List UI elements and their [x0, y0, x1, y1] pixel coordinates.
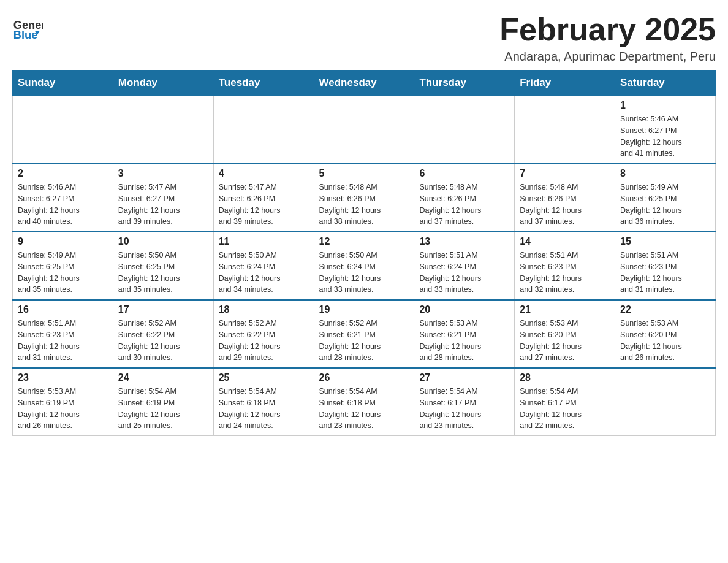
day-info: Sunrise: 5:48 AM Sunset: 6:26 PM Dayligh… [419, 182, 509, 228]
table-row: 5Sunrise: 5:48 AM Sunset: 6:26 PM Daylig… [314, 164, 414, 232]
table-row: 14Sunrise: 5:51 AM Sunset: 6:23 PM Dayli… [515, 232, 615, 300]
table-row: 6Sunrise: 5:48 AM Sunset: 6:26 PM Daylig… [414, 164, 515, 232]
table-row [515, 96, 615, 164]
table-row: 23Sunrise: 5:53 AM Sunset: 6:19 PM Dayli… [13, 368, 113, 436]
table-row: 1Sunrise: 5:46 AM Sunset: 6:27 PM Daylig… [615, 96, 716, 164]
table-row [113, 96, 213, 164]
table-row: 16Sunrise: 5:51 AM Sunset: 6:23 PM Dayli… [13, 300, 113, 368]
logo: General Blue [12, 12, 47, 43]
day-number: 4 [219, 168, 309, 179]
table-row [13, 96, 113, 164]
day-info: Sunrise: 5:51 AM Sunset: 6:23 PM Dayligh… [620, 250, 710, 296]
page-header: General Blue February 2025 Andarapa, Apu… [12, 12, 716, 64]
day-number: 12 [319, 236, 409, 247]
day-number: 3 [118, 168, 208, 179]
table-row: 3Sunrise: 5:47 AM Sunset: 6:27 PM Daylig… [113, 164, 213, 232]
table-row: 11Sunrise: 5:50 AM Sunset: 6:24 PM Dayli… [213, 232, 314, 300]
table-row: 17Sunrise: 5:52 AM Sunset: 6:22 PM Dayli… [113, 300, 213, 368]
day-number: 28 [520, 372, 610, 383]
day-number: 6 [419, 168, 509, 179]
day-number: 24 [118, 372, 208, 383]
day-info: Sunrise: 5:53 AM Sunset: 6:21 PM Dayligh… [419, 318, 509, 364]
day-info: Sunrise: 5:52 AM Sunset: 6:21 PM Dayligh… [319, 318, 409, 364]
day-info: Sunrise: 5:53 AM Sunset: 6:20 PM Dayligh… [620, 318, 710, 364]
day-number: 2 [18, 168, 108, 179]
calendar-week-row: 2Sunrise: 5:46 AM Sunset: 6:27 PM Daylig… [13, 164, 716, 232]
header-wednesday: Wednesday [314, 71, 414, 96]
day-number: 21 [520, 304, 610, 315]
day-info: Sunrise: 5:54 AM Sunset: 6:17 PM Dayligh… [520, 386, 610, 432]
table-row: 4Sunrise: 5:47 AM Sunset: 6:26 PM Daylig… [213, 164, 314, 232]
header-tuesday: Tuesday [213, 71, 314, 96]
day-info: Sunrise: 5:47 AM Sunset: 6:26 PM Dayligh… [219, 182, 309, 228]
table-row: 10Sunrise: 5:50 AM Sunset: 6:25 PM Dayli… [113, 232, 213, 300]
table-row [615, 368, 716, 436]
header-monday: Monday [113, 71, 213, 96]
day-info: Sunrise: 5:46 AM Sunset: 6:27 PM Dayligh… [18, 182, 108, 228]
table-row: 22Sunrise: 5:53 AM Sunset: 6:20 PM Dayli… [615, 300, 716, 368]
day-info: Sunrise: 5:46 AM Sunset: 6:27 PM Dayligh… [620, 113, 710, 159]
calendar-week-row: 23Sunrise: 5:53 AM Sunset: 6:19 PM Dayli… [13, 368, 716, 436]
table-row: 2Sunrise: 5:46 AM Sunset: 6:27 PM Daylig… [13, 164, 113, 232]
day-info: Sunrise: 5:54 AM Sunset: 6:18 PM Dayligh… [319, 386, 409, 432]
title-block: February 2025 Andarapa, Apurimac Departm… [499, 12, 716, 64]
day-info: Sunrise: 5:54 AM Sunset: 6:18 PM Dayligh… [219, 386, 309, 432]
day-number: 13 [419, 236, 509, 247]
location: Andarapa, Apurimac Department, Peru [499, 50, 716, 64]
calendar-week-row: 9Sunrise: 5:49 AM Sunset: 6:25 PM Daylig… [13, 232, 716, 300]
day-number: 16 [18, 304, 108, 315]
day-info: Sunrise: 5:53 AM Sunset: 6:20 PM Dayligh… [520, 318, 610, 364]
table-row: 19Sunrise: 5:52 AM Sunset: 6:21 PM Dayli… [314, 300, 414, 368]
day-number: 15 [620, 236, 710, 247]
table-row: 24Sunrise: 5:54 AM Sunset: 6:19 PM Dayli… [113, 368, 213, 436]
table-row: 8Sunrise: 5:49 AM Sunset: 6:25 PM Daylig… [615, 164, 716, 232]
day-number: 27 [419, 372, 509, 383]
day-info: Sunrise: 5:53 AM Sunset: 6:19 PM Dayligh… [18, 386, 108, 432]
table-row: 28Sunrise: 5:54 AM Sunset: 6:17 PM Dayli… [515, 368, 615, 436]
table-row [213, 96, 314, 164]
table-row: 13Sunrise: 5:51 AM Sunset: 6:24 PM Dayli… [414, 232, 515, 300]
day-number: 17 [118, 304, 208, 315]
day-info: Sunrise: 5:51 AM Sunset: 6:23 PM Dayligh… [18, 318, 108, 364]
header-friday: Friday [515, 71, 615, 96]
calendar-week-row: 16Sunrise: 5:51 AM Sunset: 6:23 PM Dayli… [13, 300, 716, 368]
day-number: 23 [18, 372, 108, 383]
day-info: Sunrise: 5:52 AM Sunset: 6:22 PM Dayligh… [118, 318, 208, 364]
day-number: 18 [219, 304, 309, 315]
day-number: 19 [319, 304, 409, 315]
table-row: 15Sunrise: 5:51 AM Sunset: 6:23 PM Dayli… [615, 232, 716, 300]
day-number: 26 [319, 372, 409, 383]
day-number: 7 [520, 168, 610, 179]
day-info: Sunrise: 5:54 AM Sunset: 6:17 PM Dayligh… [419, 386, 509, 432]
day-info: Sunrise: 5:50 AM Sunset: 6:24 PM Dayligh… [319, 250, 409, 296]
day-info: Sunrise: 5:49 AM Sunset: 6:25 PM Dayligh… [18, 250, 108, 296]
day-info: Sunrise: 5:48 AM Sunset: 6:26 PM Dayligh… [319, 182, 409, 228]
weekday-header-row: Sunday Monday Tuesday Wednesday Thursday… [13, 71, 716, 96]
table-row: 9Sunrise: 5:49 AM Sunset: 6:25 PM Daylig… [13, 232, 113, 300]
svg-text:Blue: Blue [13, 28, 38, 41]
header-saturday: Saturday [615, 71, 716, 96]
day-number: 25 [219, 372, 309, 383]
day-info: Sunrise: 5:49 AM Sunset: 6:25 PM Dayligh… [620, 182, 710, 228]
table-row [414, 96, 515, 164]
day-info: Sunrise: 5:54 AM Sunset: 6:19 PM Dayligh… [118, 386, 208, 432]
header-thursday: Thursday [414, 71, 515, 96]
table-row: 27Sunrise: 5:54 AM Sunset: 6:17 PM Dayli… [414, 368, 515, 436]
day-info: Sunrise: 5:50 AM Sunset: 6:25 PM Dayligh… [118, 250, 208, 296]
table-row: 26Sunrise: 5:54 AM Sunset: 6:18 PM Dayli… [314, 368, 414, 436]
day-number: 10 [118, 236, 208, 247]
day-number: 1 [620, 100, 710, 111]
table-row: 18Sunrise: 5:52 AM Sunset: 6:22 PM Dayli… [213, 300, 314, 368]
calendar-week-row: 1Sunrise: 5:46 AM Sunset: 6:27 PM Daylig… [13, 96, 716, 164]
table-row: 21Sunrise: 5:53 AM Sunset: 6:20 PM Dayli… [515, 300, 615, 368]
table-row: 7Sunrise: 5:48 AM Sunset: 6:26 PM Daylig… [515, 164, 615, 232]
table-row: 25Sunrise: 5:54 AM Sunset: 6:18 PM Dayli… [213, 368, 314, 436]
day-number: 9 [18, 236, 108, 247]
day-number: 22 [620, 304, 710, 315]
day-number: 20 [419, 304, 509, 315]
day-info: Sunrise: 5:51 AM Sunset: 6:23 PM Dayligh… [520, 250, 610, 296]
day-number: 14 [520, 236, 610, 247]
day-info: Sunrise: 5:48 AM Sunset: 6:26 PM Dayligh… [520, 182, 610, 228]
day-number: 5 [319, 168, 409, 179]
day-number: 11 [219, 236, 309, 247]
